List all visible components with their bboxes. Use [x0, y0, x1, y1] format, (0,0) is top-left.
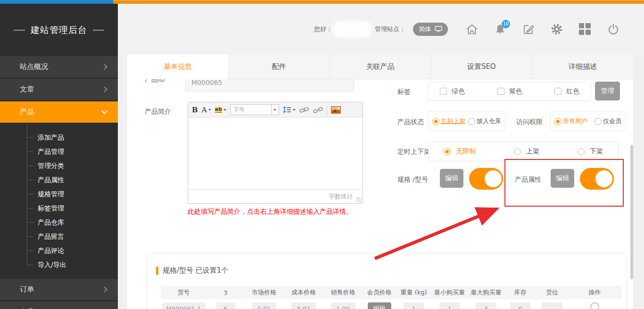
table-header-cell: 最大购买量 — [468, 288, 504, 297]
access-label: 访问权限 — [516, 118, 543, 126]
status-option-warehouse[interactable]: 放入仓库 — [468, 117, 501, 125]
apps-grid-icon[interactable] — [579, 23, 591, 35]
submenu-item-tag-manage[interactable]: 标签管理 — [0, 201, 118, 215]
tag-option-purple[interactable]: 紫色 — [497, 87, 522, 96]
vertical-scrollbar-thumb[interactable] — [630, 145, 633, 279]
sidebar-item-orders[interactable]: 订单 — [0, 279, 118, 300]
chevron-right-icon — [101, 286, 107, 292]
radio-on[interactable] — [444, 148, 451, 155]
tab-accessories[interactable]: 配件 — [229, 54, 330, 79]
qty-field[interactable]: 6 — [216, 302, 235, 309]
sidebar-item-products[interactable]: 产品 — [0, 101, 118, 123]
highlight-button[interactable]: ab — [215, 107, 226, 113]
submenu-item-category-manage[interactable]: 管理分类 — [0, 159, 118, 173]
table-header-cell: 操作 — [568, 288, 622, 297]
min-buy-field[interactable]: 1 — [439, 302, 460, 309]
schedule-group: 无限制 上架 下架 — [428, 142, 619, 161]
toolbar-divider — [327, 105, 327, 115]
app-title: 建站管理后台 — [31, 24, 87, 36]
schedule-option-unlimited[interactable]: 无限制 — [444, 147, 476, 156]
radio-off[interactable] — [468, 118, 475, 125]
chevron-down-icon — [101, 108, 107, 114]
max-buy-field[interactable]: 3 — [476, 302, 496, 309]
spec-edit-button[interactable]: 编辑 — [440, 169, 463, 188]
chevron-right-icon — [101, 64, 107, 70]
tab-detail-desc[interactable]: 详细描述 — [532, 54, 633, 79]
power-logout-icon[interactable] — [607, 23, 619, 35]
font-color-glyph: A — [202, 106, 207, 114]
tag-option-red[interactable]: 红色 — [554, 87, 579, 96]
header: 您好： 管理站点： 简体 10 — [118, 4, 644, 54]
annotation-highlight-rect — [504, 159, 624, 207]
submenu-item-product-reviews[interactable]: 产品评论 — [0, 243, 118, 258]
sidebar-item-site-overview[interactable]: 站点概况 — [0, 56, 118, 77]
insert-image-button[interactable] — [331, 106, 341, 114]
product-status-group: 立刻上架 放入仓库 — [428, 111, 505, 131]
bold-button[interactable]: B — [192, 106, 198, 114]
location-field[interactable] — [542, 302, 562, 309]
settings-gear-icon[interactable] — [551, 23, 563, 35]
font-size-select[interactable]: 字号 — [230, 104, 279, 115]
submenu-label: 产品留言 — [38, 233, 64, 240]
sidebar-item-label: 订单 — [20, 285, 102, 294]
greeting-text: 您好： — [314, 25, 332, 33]
sale-price-field[interactable]: 1.00 — [331, 302, 355, 309]
cost-price-field[interactable]: 0.01 — [291, 302, 316, 309]
access-option-all-users[interactable]: 所有用户 — [554, 117, 587, 125]
bold-glyph: B — [192, 106, 198, 114]
radio-on[interactable] — [432, 118, 439, 125]
row-action-circle-icon[interactable] — [590, 302, 599, 309]
radio-off[interactable] — [514, 148, 521, 155]
resize-grip[interactable] — [356, 197, 362, 202]
submenu-item-product-messages[interactable]: 产品留言 — [0, 229, 118, 243]
status-option-on-shelf[interactable]: 立刻上架 — [432, 117, 465, 125]
font-size-placeholder: 字号 — [231, 106, 271, 114]
weight-field[interactable]: 1 — [404, 302, 424, 309]
radio-on[interactable] — [554, 118, 561, 125]
tab-seo[interactable]: 设置SEO — [431, 54, 532, 79]
submenu-item-product-attrs[interactable]: 产品属性 — [0, 173, 118, 187]
sku-field[interactable]: M000065-1 — [162, 302, 206, 309]
product-id-field[interactable]: M000065 — [185, 79, 354, 92]
schedule-option-on-shelf[interactable]: 上架 — [514, 147, 539, 156]
sidebar-item-articles[interactable]: 文章 — [0, 79, 118, 100]
access-group: 所有用户 仅会员 — [550, 111, 626, 131]
market-price-field[interactable]: 0.01 — [252, 302, 276, 309]
submenu-item-product-manage[interactable]: 产品管理 — [0, 144, 118, 159]
submenu-label: 产品评论 — [38, 247, 64, 254]
radio-off[interactable] — [594, 118, 602, 125]
font-color-button[interactable]: A — [202, 106, 211, 114]
checkbox-green[interactable] — [440, 88, 447, 95]
sidebar-item-members[interactable]: 会员 — [0, 301, 118, 309]
tab-basic-info[interactable]: 基本信息 — [127, 54, 229, 79]
access-option-members-only[interactable]: 仅会员 — [594, 117, 621, 125]
language-switch-button[interactable]: 简体 — [413, 23, 448, 36]
checkbox-red[interactable] — [554, 88, 561, 95]
submenu-item-product-warehouse[interactable]: 产品仓库 — [0, 215, 118, 229]
editor-content-area[interactable] — [188, 117, 363, 189]
line-spacing-button[interactable] — [283, 106, 296, 113]
stock-field[interactable]: 0 — [510, 302, 531, 309]
radio-off[interactable] — [578, 148, 585, 155]
product-intro-label: 产品简介 — [145, 108, 171, 116]
insert-link-button[interactable] — [299, 106, 309, 113]
radio-label: 仅会员 — [603, 117, 621, 125]
sidebar: 建站管理后台 站点概况 文章 产品 添加产品 产品管理 管理分类 产品属性 规格… — [0, 4, 118, 309]
notifications-bell-icon[interactable]: 10 — [494, 23, 506, 35]
tag-option-green[interactable]: 绿色 — [440, 87, 465, 96]
manage-tags-button[interactable]: 管理 — [595, 82, 620, 100]
radio-label: 所有用户 — [563, 117, 587, 125]
edit-icon[interactable] — [522, 23, 535, 35]
member-price-edit-button[interactable]: 编辑 — [368, 302, 391, 309]
submenu-item-import-export[interactable]: 导入/导出 — [0, 258, 118, 272]
submenu-item-add-product[interactable]: 添加产品 — [0, 130, 118, 144]
table-header-cell: 销售价格 — [324, 288, 362, 297]
checkbox-purple[interactable] — [497, 88, 504, 95]
spec-toggle-on[interactable] — [469, 168, 503, 190]
sidebar-item-label: 站点概况 — [20, 62, 102, 71]
schedule-option-off-shelf[interactable]: 下架 — [578, 147, 603, 156]
home-icon[interactable] — [466, 23, 478, 35]
remove-link-button[interactable] — [313, 106, 323, 114]
tab-related-products[interactable]: 关联产品 — [330, 54, 431, 79]
submenu-item-spec-manage[interactable]: 规格管理 — [0, 187, 118, 201]
